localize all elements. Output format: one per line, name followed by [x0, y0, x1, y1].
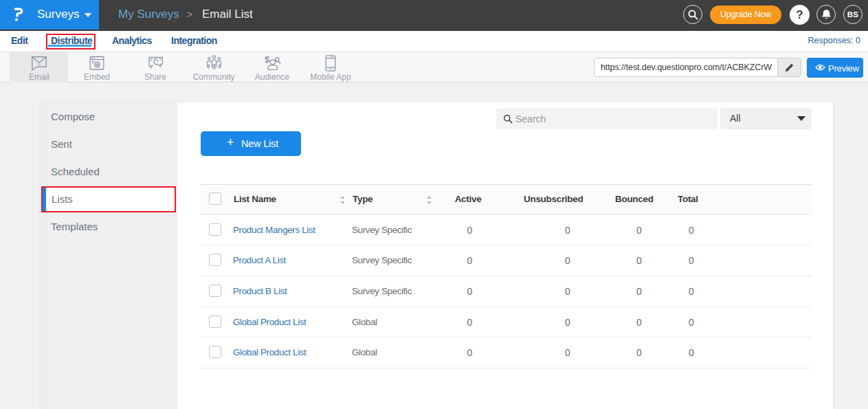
svg-text:$: $ — [265, 54, 270, 65]
